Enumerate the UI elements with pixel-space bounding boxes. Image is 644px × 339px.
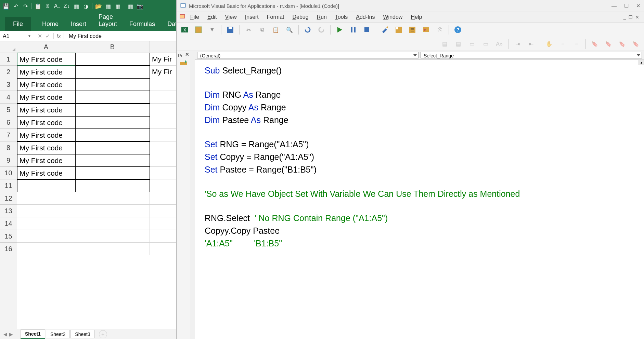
name-box[interactable]: A1 ▼	[0, 33, 34, 39]
insert-module-icon[interactable]	[192, 24, 205, 36]
reset-icon[interactable]	[361, 24, 373, 36]
save-icon[interactable]	[224, 24, 236, 36]
close-icon[interactable]: ✕	[636, 3, 641, 9]
cell-B10[interactable]	[75, 167, 150, 179]
chart-icon[interactable]: ◑	[82, 3, 89, 10]
select-all-corner[interactable]	[0, 41, 17, 53]
cell-C1[interactable]: My Fir	[150, 53, 176, 66]
object-dropdown[interactable]: (General)	[197, 52, 418, 58]
menu-format[interactable]: Format	[263, 13, 288, 21]
cell-B2[interactable]	[75, 66, 150, 78]
row-header-4[interactable]: 4	[0, 91, 17, 104]
mdi-close-icon[interactable]: ✕	[635, 15, 639, 20]
help-icon[interactable]: ?	[452, 24, 464, 36]
cell-A10[interactable]: My First code	[17, 167, 75, 179]
cell-C2[interactable]: My Fir	[150, 66, 176, 78]
sort-asc-icon[interactable]: A↓	[54, 3, 61, 10]
grid-icon[interactable]: ▦	[114, 3, 121, 10]
mdi-restore-icon[interactable]: ❐	[629, 15, 633, 20]
redo-icon[interactable]	[315, 24, 327, 36]
menu-tools[interactable]: Tools	[332, 13, 351, 21]
cell-A5[interactable]: My First code	[17, 104, 75, 116]
mdi-minimize-icon[interactable]: _	[623, 15, 626, 20]
cell-C14[interactable]	[150, 217, 176, 230]
bookmark-next-icon[interactable]: 🔖	[602, 38, 615, 50]
sheet-tab-1[interactable]: Sheet1	[21, 329, 45, 339]
procedure-dropdown[interactable]: Select_Range	[421, 52, 642, 58]
view-excel-icon[interactable]: X	[179, 24, 191, 36]
cell-B8[interactable]	[75, 141, 150, 154]
cell-A13[interactable]	[17, 205, 75, 217]
cell-A12[interactable]	[17, 192, 75, 205]
sheet-tab-3[interactable]: Sheet3	[70, 330, 94, 338]
list-properties-icon[interactable]: ▤	[438, 38, 451, 50]
pivot-icon[interactable]: ▦	[127, 3, 134, 10]
cell-A8[interactable]: My First code	[17, 141, 75, 154]
row-header-16[interactable]: 16	[0, 243, 17, 255]
maximize-icon[interactable]: ☐	[624, 3, 629, 9]
cell-A9[interactable]: My First code	[17, 154, 75, 167]
code-editor[interactable]: Sub Select_Range() Dim RNG As Range Dim …	[195, 60, 644, 339]
cell-A7[interactable]: My First code	[17, 129, 75, 141]
cell-B3[interactable]	[75, 78, 150, 91]
cell-B1[interactable]	[75, 53, 150, 66]
cell-B15[interactable]	[75, 230, 150, 243]
properties-icon[interactable]	[406, 24, 418, 36]
cell-B4[interactable]	[75, 91, 150, 104]
col-header-C[interactable]	[150, 41, 176, 53]
cell-A15[interactable]	[17, 230, 75, 243]
project-explorer-pane[interactable]: Pr ✕	[177, 51, 190, 339]
row-header-12[interactable]: 12	[0, 192, 17, 205]
formula-input[interactable]: My First code	[64, 33, 176, 39]
tab-formulas[interactable]: Formulas	[128, 17, 156, 31]
cell-B7[interactable]	[75, 129, 150, 141]
cell-B13[interactable]	[75, 205, 150, 217]
row-header-5[interactable]: 5	[0, 104, 17, 116]
cell-C5[interactable]	[150, 104, 176, 116]
toolbox-icon[interactable]: 🛠	[434, 24, 446, 36]
row-header-14[interactable]: 14	[0, 217, 17, 230]
copy-icon[interactable]: ⧉	[256, 24, 268, 36]
cell-A4[interactable]: My First code	[17, 91, 75, 104]
sheet-tab-2[interactable]: Sheet2	[46, 330, 70, 338]
menu-edit[interactable]: Edit	[204, 13, 220, 21]
row-header-13[interactable]: 13	[0, 205, 17, 217]
minimize-icon[interactable]: —	[611, 3, 617, 9]
paste-icon[interactable]: 📋	[270, 24, 282, 36]
object-browser-icon[interactable]	[420, 24, 432, 36]
break-icon[interactable]	[347, 24, 359, 36]
row-header-8[interactable]: 8	[0, 141, 17, 154]
list-constants-icon[interactable]: ▤	[452, 38, 464, 50]
cell-C7[interactable]	[150, 129, 176, 141]
menu-debug[interactable]: Debug	[289, 13, 312, 21]
cell-A2[interactable]: My First code	[17, 66, 75, 78]
cell-B6[interactable]	[75, 116, 150, 129]
menu-insert[interactable]: Insert	[242, 13, 262, 21]
vba-titlebar[interactable]: Microsoft Visual Basic for Applications …	[177, 0, 644, 12]
sort-desc-icon[interactable]: Z↓	[63, 3, 70, 10]
cell-C12[interactable]	[150, 192, 176, 205]
cell-C10[interactable]	[150, 167, 176, 179]
add-sheet-button[interactable]: +	[99, 330, 107, 338]
cell-C13[interactable]	[150, 205, 176, 217]
sheet-nav-prev-icon[interactable]: ◀	[3, 331, 7, 337]
outdent-icon[interactable]: ⇤	[525, 38, 537, 50]
fx-icon[interactable]: fx	[54, 33, 64, 39]
form-icon[interactable]: ▦	[105, 3, 112, 10]
row-header-3[interactable]: 3	[0, 78, 17, 91]
col-header-A[interactable]: A	[17, 41, 75, 53]
indent-icon[interactable]: ⇥	[511, 38, 524, 50]
cell-C15[interactable]	[150, 230, 176, 243]
quick-info-icon[interactable]: ▭	[466, 38, 478, 50]
bookmark-toggle-icon[interactable]: 🔖	[589, 38, 601, 50]
redo-icon[interactable]: ↷	[22, 3, 29, 10]
col-header-B[interactable]: B	[75, 41, 150, 53]
cell-C9[interactable]	[150, 154, 176, 167]
project-pane-close-icon[interactable]: ✕	[185, 52, 189, 57]
tab-home[interactable]: Home	[41, 17, 60, 31]
sheet-nav-next-icon[interactable]: ▶	[9, 331, 13, 337]
save-icon[interactable]: 💾	[3, 3, 10, 10]
new-icon[interactable]: 🗎	[44, 3, 51, 10]
chevron-down-icon[interactable]: ▼	[28, 34, 31, 38]
undo-icon[interactable]	[301, 24, 314, 36]
